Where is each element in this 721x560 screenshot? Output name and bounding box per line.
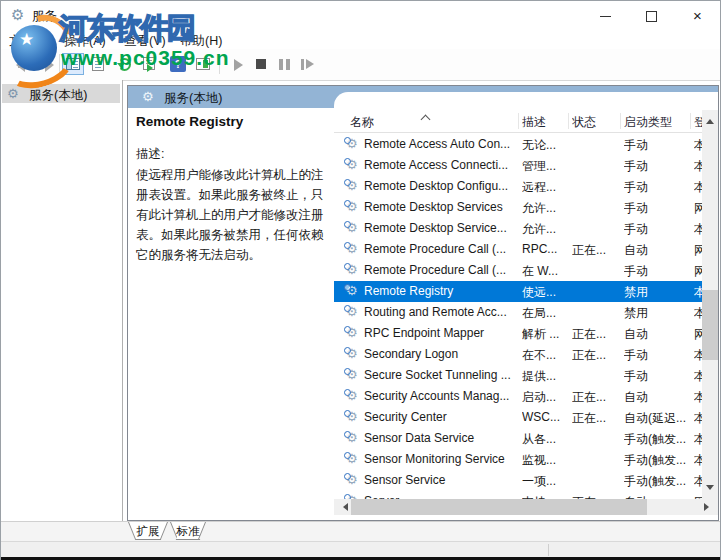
scroll-down-icon[interactable]: [706, 485, 714, 494]
service-logon: 本: [694, 431, 702, 448]
service-row[interactable]: ⚙Secondary Logon在不...正在...手动本: [334, 344, 702, 365]
export-list-icon[interactable]: [139, 53, 161, 75]
service-row[interactable]: ⚙Security CenterWSC...正在...自动(延迟...本: [334, 407, 702, 428]
service-row[interactable]: ⚙Remote Access Auto Con...无论...手动本: [334, 134, 702, 155]
service-desc: RPC...: [522, 242, 568, 256]
service-row[interactable]: ⚙Remote Procedure Call (...在 W...手动网: [334, 260, 702, 281]
service-desc: 在局...: [522, 305, 568, 322]
scroll-left-icon[interactable]: [339, 503, 348, 511]
service-logon: 网: [694, 326, 702, 343]
properties-icon[interactable]: [87, 53, 109, 75]
service-startup: 手动: [624, 263, 692, 280]
service-startup: 自动: [624, 242, 692, 259]
service-name: Secondary Logon: [364, 347, 516, 361]
service-row[interactable]: ⚙Remote Desktop Service...允许...手动本: [334, 218, 702, 239]
show-console-tree-icon[interactable]: [62, 53, 84, 75]
column-separator[interactable]: [690, 113, 691, 129]
service-row[interactable]: ⚙Server支持...正在...自动网: [334, 491, 702, 499]
service-gear-icon: ⚙: [346, 241, 358, 256]
service-logon: 本: [694, 179, 702, 196]
scroll-up-icon[interactable]: [706, 115, 714, 124]
forward-icon[interactable]: [35, 57, 57, 73]
service-desc: 监视...: [522, 452, 568, 469]
stop-service-icon[interactable]: [250, 53, 272, 75]
service-row[interactable]: ⚙Sensor Data Service从各...手动(触发...本: [334, 428, 702, 449]
service-gear-icon: ⚙: [346, 178, 358, 193]
services-gear-icon: ⚙: [7, 86, 19, 101]
service-row[interactable]: ⚙Remote Registry使远...禁用本: [334, 281, 702, 302]
service-gear-icon: ⚙: [346, 409, 358, 424]
help-icon[interactable]: ?: [167, 53, 189, 75]
horizontal-scrollbar[interactable]: [334, 499, 718, 515]
refresh-icon[interactable]: [113, 53, 135, 75]
service-gear-icon: ⚙: [346, 346, 358, 361]
service-row[interactable]: ⚙Secure Socket Tunneling ...提供...手动本: [334, 365, 702, 386]
service-row[interactable]: ⚙Sensor Service一项...手动(触发...本: [334, 470, 702, 491]
service-row[interactable]: ⚙RPC Endpoint Mapper解析 ...正在...自动网: [334, 323, 702, 344]
service-row[interactable]: ⚙Remote Access Connecti...管理...手动本: [334, 155, 702, 176]
service-desc: 提供...: [522, 368, 568, 385]
column-separator[interactable]: [568, 113, 569, 129]
service-gear-icon: ⚙: [346, 325, 358, 340]
service-desc: 从各...: [522, 431, 568, 448]
column-separator[interactable]: [620, 113, 621, 129]
service-startup: 手动: [624, 368, 692, 385]
start-service-icon[interactable]: [227, 53, 249, 75]
service-row[interactable]: ⚙Remote Desktop Configu...远程...手动本: [334, 176, 702, 197]
service-name: Sensor Monitoring Service: [364, 452, 516, 466]
service-gear-icon: ⚙: [346, 199, 358, 214]
service-logon: 本: [694, 158, 702, 175]
tree-item-services-local[interactable]: ⚙ 服务(本地): [2, 84, 120, 103]
menu-bar: 文件(F) 操作(A) 查看(V) 帮助(H): [1, 31, 720, 49]
service-gear-icon: ⚙: [346, 157, 358, 172]
column-header-startup-type[interactable]: 启动类型: [624, 114, 672, 131]
tab-extended[interactable]: 扩展: [128, 522, 168, 540]
column-header-name[interactable]: 名称: [350, 114, 374, 131]
service-desc: 启动...: [522, 389, 568, 406]
view-tab-strip: 扩展 标准: [1, 521, 720, 542]
extended-view-icon[interactable]: [192, 53, 214, 75]
horizontal-scroll-thumb[interactable]: [351, 499, 647, 515]
service-row[interactable]: ⚙Routing and Remote Acc...在局...禁用本: [334, 302, 702, 323]
close-icon[interactable]: ×: [675, 1, 720, 31]
service-logon: 本: [694, 389, 702, 406]
vertical-scrollbar[interactable]: [702, 110, 718, 499]
service-row[interactable]: ⚙Remote Desktop Services允许...手动网: [334, 197, 702, 218]
description-text: 使远程用户能修改此计算机上的注册表设置。如果此服务被终止，只有此计算机上的用户才…: [136, 165, 330, 265]
service-desc: WSC...: [522, 410, 568, 424]
service-name: Remote Desktop Service...: [364, 221, 516, 235]
service-startup: 手动: [624, 179, 692, 196]
tab-standard[interactable]: 标准: [170, 522, 206, 540]
service-row[interactable]: ⚙Sensor Monitoring Service监视...手动(触发...本: [334, 449, 702, 470]
service-desc: 远程...: [522, 179, 568, 196]
pause-service-icon[interactable]: [273, 53, 295, 75]
selected-service-title: Remote Registry: [136, 114, 243, 129]
close-glyph: ×: [675, 1, 720, 31]
maximize-icon[interactable]: [629, 1, 674, 31]
service-name: Remote Procedure Call (...: [364, 242, 516, 256]
service-logon: 网: [694, 263, 702, 280]
vertical-scroll-thumb[interactable]: [702, 290, 718, 360]
restart-service-icon[interactable]: [296, 53, 318, 75]
service-row[interactable]: ⚙Security Accounts Manag...启动...正在...自动本: [334, 386, 702, 407]
service-name: Routing and Remote Acc...: [364, 305, 516, 319]
service-gear-icon: ⚙: [346, 304, 358, 319]
column-header-description[interactable]: 描述: [522, 114, 546, 131]
column-header-status[interactable]: 状态: [572, 114, 596, 131]
services-app-icon: ⚙: [11, 6, 24, 24]
service-startup: 手动: [624, 221, 692, 238]
service-desc: 在不...: [522, 347, 568, 364]
service-startup: 手动: [624, 347, 692, 364]
service-gear-icon: ⚙: [346, 388, 358, 403]
scroll-right-icon[interactable]: [704, 503, 713, 511]
console-tree-panel: ⚙ 服务(本地): [1, 80, 123, 521]
service-logon: 本: [694, 305, 702, 322]
service-logon: 本: [694, 452, 702, 469]
service-desc: 管理...: [522, 158, 568, 175]
back-icon[interactable]: [9, 57, 31, 73]
service-row[interactable]: ⚙Remote Procedure Call (...RPC...正在...自动…: [334, 239, 702, 260]
column-separator[interactable]: [518, 113, 519, 129]
service-gear-icon: ⚙: [346, 472, 358, 487]
minimize-icon[interactable]: [583, 1, 628, 31]
service-gear-icon: ⚙: [346, 451, 358, 466]
